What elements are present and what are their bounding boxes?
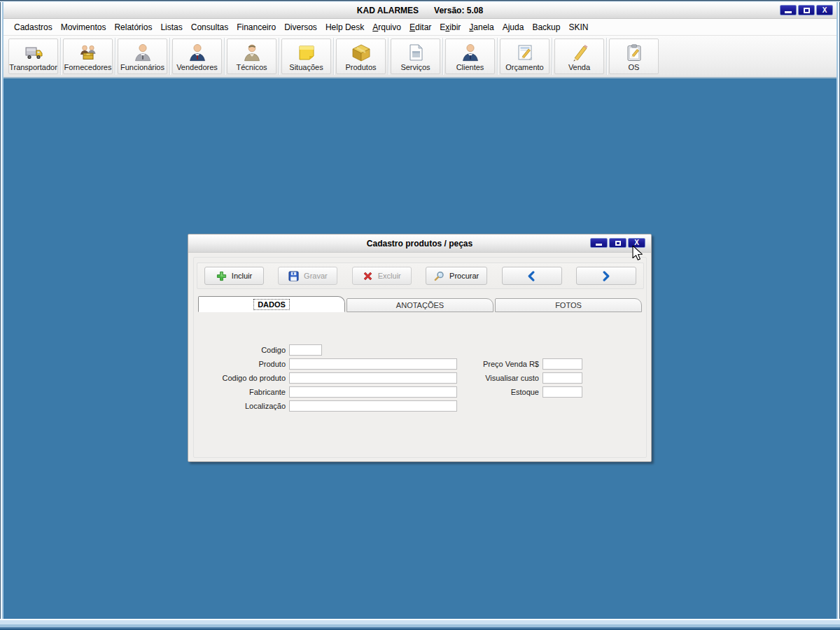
preco-venda-label: Preço Venda R$: [454, 360, 542, 368]
app-name: KAD ALARMES: [357, 6, 419, 15]
document-icon: [406, 43, 426, 62]
field-row-produto: Produto: [191, 358, 457, 370]
plus-icon: [216, 271, 227, 281]
produto-label: Produto: [191, 360, 289, 368]
localizacao-input[interactable]: [289, 400, 457, 412]
toolbar-separator: [333, 38, 334, 75]
menu-cadastros[interactable]: Cadastros: [10, 20, 57, 34]
toolbar-button-os[interactable]: OS: [609, 38, 659, 74]
field-row-localizacao: Localização: [191, 400, 457, 412]
tab-dados[interactable]: DADOS: [198, 296, 345, 312]
toolbar-separator: [169, 38, 170, 75]
codigo-input[interactable]: [289, 344, 322, 356]
visualisar-custo-label: Visualisar custo: [454, 374, 542, 382]
client-icon: [461, 43, 480, 62]
toolbar-label: Orçamento: [505, 63, 543, 71]
toolbar-button-fornecedores[interactable]: Fornecedores: [63, 38, 113, 74]
dialog-title: Cadastro produtos / peças: [367, 239, 472, 248]
toolbar-button-servicos[interactable]: Serviços: [391, 38, 440, 74]
excluir-button[interactable]: Excluir: [352, 267, 412, 285]
produto-input[interactable]: [289, 358, 457, 370]
chevron-right-icon: [601, 271, 611, 281]
estoque-input[interactable]: [542, 386, 582, 398]
close-button[interactable]: X: [816, 5, 833, 15]
window-frame-bottom: [0, 619, 840, 630]
codigo-do-produto-label: Codigo do produto: [191, 374, 289, 382]
menubar: Cadastros Movimentos Relatórios Listas C…: [4, 19, 836, 36]
menu-editar[interactable]: Editar: [405, 20, 435, 34]
menu-diversos[interactable]: Diversos: [280, 20, 321, 34]
dialog-minimize-button[interactable]: [590, 238, 608, 248]
toolbar-button-tecnicos[interactable]: Técnicos: [227, 38, 276, 74]
field-row-codigo-do-produto: Codigo do produto: [191, 372, 457, 384]
toolbar-label: Funcionários: [120, 63, 164, 71]
tab-fotos[interactable]: FOTOS: [495, 298, 642, 312]
toolbar-label: Situações: [289, 63, 323, 71]
menu-ajuda[interactable]: Ajuda: [498, 20, 528, 34]
menu-listas[interactable]: Listas: [156, 20, 186, 34]
field-row-estoque: Estoque: [454, 386, 582, 398]
toolbar-button-transportador[interactable]: Transportador: [8, 38, 58, 74]
dialog-tabs: DADOS ANOTAÇÕES FOTOS: [198, 296, 642, 312]
toolbar-label: Fornecedores: [64, 63, 112, 71]
incluir-button[interactable]: Incluir: [204, 267, 264, 285]
app-version: Versão: 5.08: [434, 6, 483, 15]
menu-backup[interactable]: Backup: [528, 20, 564, 34]
save-icon: [288, 271, 299, 281]
toolbar-label: OS: [629, 63, 640, 71]
menu-exibir[interactable]: Exibir: [435, 20, 465, 34]
menu-arquivo[interactable]: Arquivo: [368, 20, 405, 34]
toolbar-button-venda[interactable]: Venda: [554, 38, 604, 74]
technician-icon: [242, 43, 262, 62]
menu-financeiro[interactable]: Financeiro: [232, 20, 280, 34]
pencil-icon: [570, 43, 589, 62]
close-icon: X: [634, 239, 639, 246]
delete-icon: [363, 271, 373, 281]
minimize-icon: [785, 11, 792, 13]
tab-dados-label: DADOS: [254, 300, 289, 309]
toolbar-separator: [388, 38, 388, 75]
toolbar-button-orcamento[interactable]: Orçamento: [500, 38, 550, 74]
tab-anotacoes[interactable]: ANOTAÇÕES: [346, 298, 493, 312]
visualisar-custo-input[interactable]: [542, 372, 582, 384]
previous-record-button[interactable]: [502, 267, 562, 285]
maximize-icon: [804, 8, 810, 13]
clipboard-pencil-icon: [624, 43, 644, 62]
menu-relatorios[interactable]: Relatórios: [110, 20, 156, 34]
field-row-preco-venda: Preço Venda R$: [454, 358, 582, 370]
gravar-button[interactable]: Gravar: [278, 267, 337, 285]
next-record-button[interactable]: [576, 267, 636, 285]
field-row-visualisar-custo: Visualisar custo: [454, 372, 582, 384]
maximize-icon: [615, 241, 621, 246]
toolbar-button-vendedores[interactable]: Vendedores: [172, 38, 222, 74]
codigo-do-produto-input[interactable]: [289, 372, 457, 384]
menu-skin[interactable]: SKIN: [564, 20, 592, 34]
toolbar-button-situacoes[interactable]: Situações: [281, 38, 331, 74]
menu-movimentos[interactable]: Movimentos: [57, 20, 111, 34]
gravar-label: Gravar: [304, 272, 328, 280]
preco-venda-input[interactable]: [542, 358, 582, 370]
close-icon: X: [822, 7, 827, 14]
window-frame-left: [0, 2, 4, 619]
menu-janela[interactable]: Janela: [465, 20, 498, 34]
maximize-button[interactable]: [798, 5, 815, 15]
chevron-left-icon: [526, 271, 537, 281]
menu-consultas[interactable]: Consultas: [187, 20, 232, 34]
minimize-button[interactable]: [780, 5, 797, 15]
dialog-button-bar: Incluir Gravar Excluir Procurar: [197, 262, 644, 289]
suppliers-icon: [78, 43, 98, 62]
dialog-close-button[interactable]: X: [628, 238, 645, 248]
menu-help-desk[interactable]: Help Desk: [321, 20, 368, 34]
toolbar-label: Venda: [568, 63, 590, 71]
fabricante-input[interactable]: [289, 386, 457, 398]
toolbar-label: Vendedores: [176, 63, 218, 71]
main-window-title: KAD ALARMES Versão: 5.08: [357, 6, 483, 15]
procurar-button[interactable]: Procurar: [426, 267, 487, 285]
toolbar-button-produtos[interactable]: Produtos: [336, 38, 386, 74]
toolbar-button-funcionarios[interactable]: Funcionários: [118, 38, 167, 74]
main-window-controls: X: [780, 5, 833, 15]
dialog-maximize-button[interactable]: [609, 238, 626, 248]
box-icon: [351, 43, 371, 62]
toolbar-button-clientes[interactable]: Clientes: [445, 38, 495, 74]
toolbar-label: Serviços: [400, 63, 430, 71]
